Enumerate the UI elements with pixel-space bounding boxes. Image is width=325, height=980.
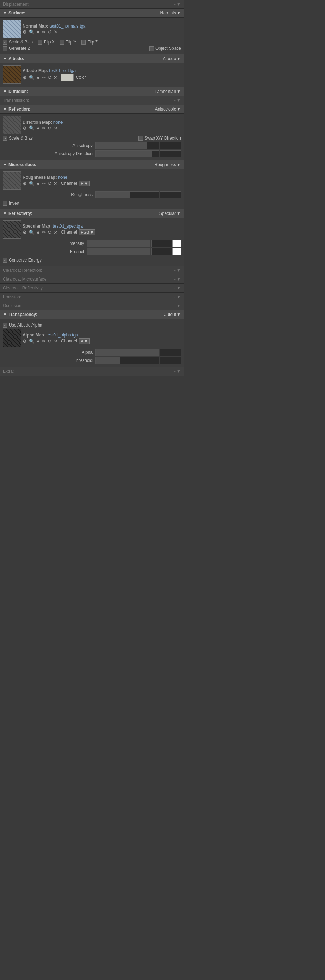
use-albedo-alpha-item[interactable]: Use Albedo Alpha bbox=[3, 323, 43, 328]
object-space-checkbox[interactable] bbox=[149, 46, 154, 51]
direction-close-icon[interactable]: ✕ bbox=[54, 126, 57, 131]
specular-pen-icon[interactable]: ✏ bbox=[42, 230, 46, 235]
diffusion-dropdown[interactable]: Lambertian ▼ bbox=[155, 89, 181, 94]
albedo-header[interactable]: ▼ Albedo: Albedo ▼ bbox=[0, 54, 184, 63]
specular-circle-icon[interactable]: ● bbox=[37, 230, 40, 235]
roughness-gear-icon[interactable]: ⚙ bbox=[22, 181, 27, 186]
roughness-channel-select[interactable]: R ▼ bbox=[79, 181, 90, 186]
flip-y-item[interactable]: Flip Y bbox=[60, 40, 76, 45]
albedo-color-swatch[interactable] bbox=[61, 74, 74, 81]
use-albedo-alpha-checkbox[interactable] bbox=[3, 323, 8, 328]
displacement-section[interactable]: Displacement: - ▼ bbox=[0, 0, 184, 9]
specular-refresh-icon[interactable]: ↺ bbox=[48, 230, 52, 235]
specular-gear-icon[interactable]: ⚙ bbox=[22, 230, 27, 235]
fresnel-bar[interactable] bbox=[87, 248, 151, 255]
threshold-bar[interactable] bbox=[95, 357, 159, 364]
occlusion-section[interactable]: Occlusion: - ▼ bbox=[0, 301, 184, 310]
albedo-gear-icon[interactable]: ⚙ bbox=[22, 75, 27, 80]
transparency-dropdown[interactable]: Cutout ▼ bbox=[163, 312, 181, 317]
swap-xy-checkbox[interactable] bbox=[138, 136, 143, 141]
alpha-input[interactable]: 1.0 bbox=[160, 349, 181, 356]
reflection-dropdown[interactable]: Anisotropic ▼ bbox=[155, 107, 181, 112]
transparency-header[interactable]: ▼ Transparency: Cutout ▼ bbox=[0, 310, 184, 319]
flip-z-item[interactable]: Flip Z bbox=[81, 40, 98, 45]
flip-y-checkbox[interactable] bbox=[60, 40, 64, 45]
transmission-section[interactable]: Transmission: - ▼ bbox=[0, 96, 184, 105]
direction-refresh-icon[interactable]: ↺ bbox=[48, 126, 52, 131]
specular-close-icon[interactable]: ✕ bbox=[54, 230, 57, 235]
roughness-bar[interactable] bbox=[95, 191, 159, 198]
alpha-search-icon[interactable]: 🔍 bbox=[29, 339, 35, 344]
roughness-input[interactable]: 0.554 bbox=[160, 191, 181, 198]
conserve-energy-checkbox[interactable] bbox=[3, 258, 8, 262]
normal-circle-icon[interactable]: ● bbox=[37, 29, 40, 35]
specular-search-icon[interactable]: 🔍 bbox=[29, 230, 35, 235]
microsurface-header[interactable]: ▼ Microsurface: Roughness ▼ bbox=[0, 161, 184, 169]
normal-pen-icon[interactable]: ✏ bbox=[42, 29, 46, 35]
direction-circle-icon[interactable]: ● bbox=[37, 126, 40, 131]
roughness-close-icon[interactable]: ✕ bbox=[54, 181, 57, 186]
flip-x-item[interactable]: Flip X bbox=[38, 40, 55, 45]
scale-bias-item[interactable]: Scale & Bias bbox=[3, 40, 33, 45]
albedo-search-icon[interactable]: 🔍 bbox=[29, 75, 35, 80]
normal-gear-icon[interactable]: ⚙ bbox=[22, 29, 27, 35]
direction-pen-icon[interactable]: ✏ bbox=[42, 126, 46, 131]
reflection-scale-bias-checkbox[interactable] bbox=[3, 136, 8, 141]
normal-refresh-icon[interactable]: ↺ bbox=[48, 29, 52, 35]
surface-dropdown[interactable]: Normals ▼ bbox=[160, 11, 181, 16]
reflection-title: ▼ Reflection: bbox=[3, 107, 30, 112]
alpha-circle-icon[interactable]: ● bbox=[37, 339, 40, 344]
roughness-refresh-icon[interactable]: ↺ bbox=[48, 181, 52, 186]
roughness-search-icon[interactable]: 🔍 bbox=[29, 181, 35, 186]
clearcoat-microsurface-section[interactable]: Clearcoat Microsurface: - ▼ bbox=[0, 275, 184, 284]
albedo-circle-icon[interactable]: ● bbox=[37, 75, 40, 80]
alpha-gear-icon[interactable]: ⚙ bbox=[22, 339, 27, 344]
normal-close-icon[interactable]: ✕ bbox=[54, 29, 57, 35]
alpha-pen-icon[interactable]: ✏ bbox=[42, 339, 46, 344]
albedo-pen-icon[interactable]: ✏ bbox=[42, 75, 46, 80]
alpha-channel-select[interactable]: A ▼ bbox=[79, 338, 90, 344]
clearcoat-reflectivity-section[interactable]: Clearcoat Reflectivity: - ▼ bbox=[0, 284, 184, 293]
alpha-map-row: Alpha Map: test01_alpha.tga ⚙ 🔍 ● ✏ ↺ ✕ … bbox=[3, 329, 181, 347]
generate-z-checkbox[interactable] bbox=[3, 46, 8, 51]
scale-bias-checkbox[interactable] bbox=[3, 40, 8, 45]
anisotropy-direction-bar[interactable] bbox=[95, 150, 159, 157]
reflection-header[interactable]: ▼ Reflection: Anisotropic ▼ bbox=[0, 105, 184, 114]
roughness-pen-icon[interactable]: ✏ bbox=[42, 181, 46, 186]
invert-checkbox[interactable] bbox=[3, 201, 8, 206]
fresnel-input[interactable]: 1.0 bbox=[151, 248, 173, 255]
flip-z-checkbox[interactable] bbox=[81, 40, 86, 45]
microsurface-dropdown[interactable]: Roughness ▼ bbox=[154, 162, 181, 167]
fresnel-color-swatch[interactable] bbox=[173, 248, 181, 255]
specular-channel-select[interactable]: RGB ▼ bbox=[79, 229, 96, 235]
normal-search-icon[interactable]: 🔍 bbox=[29, 29, 35, 35]
swap-xy-item[interactable]: Swap X/Y Direction bbox=[138, 136, 181, 141]
reflectivity-dropdown[interactable]: Specular ▼ bbox=[159, 211, 181, 216]
alpha-refresh-icon[interactable]: ↺ bbox=[48, 339, 52, 344]
surface-header[interactable]: ▼ Surface: Normals ▼ bbox=[0, 9, 184, 18]
threshold-input[interactable]: 0.386 bbox=[160, 357, 181, 364]
alpha-close-icon[interactable]: ✕ bbox=[54, 339, 57, 344]
alpha-bar[interactable] bbox=[95, 349, 159, 356]
intensity-input[interactable]: 1.0 bbox=[151, 240, 173, 247]
emission-section[interactable]: Emission: - ▼ bbox=[0, 293, 184, 301]
anisotropy-direction-input[interactable]: 90.0 bbox=[160, 150, 181, 157]
extra-section[interactable]: Extra: - ▼ bbox=[0, 367, 184, 376]
reflection-scale-bias-item[interactable]: Scale & Bias bbox=[3, 136, 33, 141]
anisotropy-input[interactable]: 0.822 bbox=[160, 142, 181, 149]
intensity-bar[interactable] bbox=[87, 240, 151, 247]
diffusion-header[interactable]: ▼ Diffusion: Lambertian ▼ bbox=[0, 87, 184, 96]
direction-search-icon[interactable]: 🔍 bbox=[29, 126, 35, 131]
albedo-dropdown[interactable]: Albedo ▼ bbox=[163, 56, 181, 61]
intensity-color-swatch[interactable] bbox=[173, 240, 181, 247]
clearcoat-reflection-section[interactable]: Clearcoat Reflection: - ▼ bbox=[0, 266, 184, 275]
roughness-circle-icon[interactable]: ● bbox=[37, 181, 40, 186]
direction-gear-icon[interactable]: ⚙ bbox=[22, 126, 27, 131]
anisotropy-bar[interactable] bbox=[95, 142, 159, 149]
generate-z-item[interactable]: Generate Z bbox=[3, 46, 30, 51]
albedo-refresh-icon[interactable]: ↺ bbox=[48, 75, 52, 80]
flip-x-checkbox[interactable] bbox=[38, 40, 43, 45]
object-space-item[interactable]: Object Space bbox=[149, 46, 181, 51]
reflectivity-header[interactable]: ▼ Reflectivity: Specular ▼ bbox=[0, 209, 184, 218]
albedo-close-icon[interactable]: ✕ bbox=[54, 75, 57, 80]
